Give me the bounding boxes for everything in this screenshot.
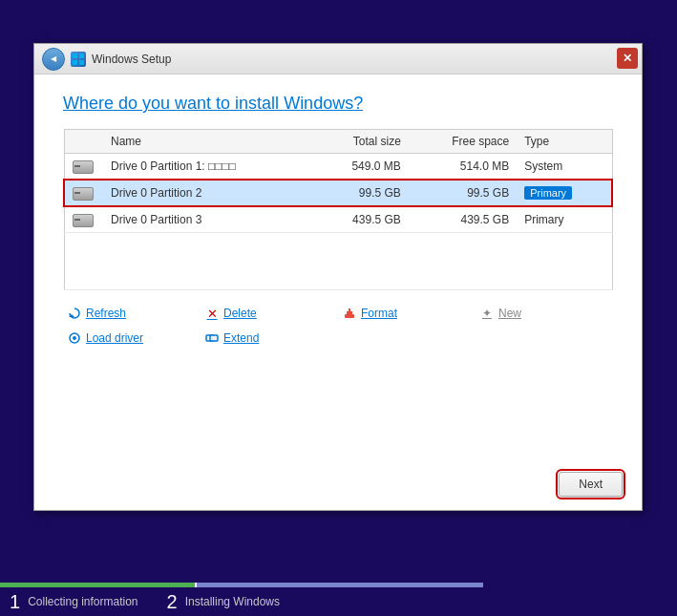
- page-title-highlight: W: [284, 94, 300, 113]
- refresh-label: Refresh: [86, 307, 126, 320]
- svg-rect-6: [347, 311, 352, 314]
- svg-rect-5: [345, 314, 354, 318]
- delete-icon: ✕: [204, 306, 220, 321]
- row-name: Drive 0 Partition 2: [103, 180, 312, 206]
- col-header-icon: [64, 130, 103, 154]
- new-label: New: [498, 307, 521, 320]
- table-row[interactable]: Drive 0 Partition 1: □□□□ 549.0 MB 514.0…: [64, 154, 612, 181]
- step-label-2: Installing Windows: [185, 595, 280, 608]
- format-button[interactable]: Format: [338, 304, 476, 323]
- svg-rect-11: [210, 335, 218, 341]
- new-button[interactable]: ✦ New: [476, 304, 613, 323]
- load-driver-icon: [67, 330, 82, 346]
- row-type: Primary: [517, 206, 612, 233]
- delete-button[interactable]: ✕ Delete: [201, 304, 338, 323]
- table-header-row: Name Total size Free space Type: [64, 130, 612, 154]
- row-name: Drive 0 Partition 1: □□□□: [103, 154, 312, 181]
- extend-icon: [204, 330, 220, 346]
- bottom-bar: Next: [559, 472, 623, 497]
- partition-table: Name Total size Free space Type Drive 0 …: [63, 129, 613, 290]
- row-total: 549.0 MB: [312, 154, 408, 181]
- row-icon: [64, 154, 103, 181]
- setup-window: Windows Setup ✕ Where do you want to ins…: [33, 43, 643, 511]
- page-title-prefix: Where do you want to install: [63, 94, 284, 113]
- close-button[interactable]: ✕: [617, 48, 638, 69]
- content-area: Where do you want to install Windows? Na…: [34, 74, 642, 376]
- svg-rect-3: [79, 60, 84, 65]
- row-total: 99.5 GB: [312, 180, 408, 206]
- col-header-free: Free space: [409, 130, 517, 154]
- windows-icon: [71, 52, 86, 67]
- progress-segment-1: [0, 583, 195, 587]
- row-icon: [64, 180, 103, 206]
- format-icon: [342, 306, 357, 321]
- svg-point-9: [73, 336, 76, 340]
- row-free: 99.5 GB: [409, 180, 517, 206]
- step-item-2: 2 Installing Windows: [167, 592, 281, 611]
- svg-rect-0: [73, 53, 77, 58]
- progress-segment-2: [197, 583, 483, 587]
- type-badge: Primary: [524, 186, 572, 200]
- col-header-name: Name: [103, 130, 312, 154]
- next-button[interactable]: Next: [559, 472, 623, 497]
- col-header-type: Type: [517, 130, 612, 154]
- page-title: Where do you want to install Windows?: [63, 94, 613, 114]
- row-name: Drive 0 Partition 3: [103, 206, 312, 233]
- step-item-1: 1 Collecting information: [10, 592, 138, 611]
- title-bar: Windows Setup ✕: [34, 44, 642, 74]
- step-labels: 1 Collecting information 2 Installing Wi…: [0, 592, 677, 611]
- progress-bar: [0, 583, 677, 587]
- empty-row: [64, 233, 612, 290]
- step-number-2: 2: [167, 592, 178, 611]
- delete-label: Delete: [223, 307, 257, 320]
- row-free: 439.5 GB: [409, 206, 517, 233]
- format-label: Format: [361, 307, 397, 320]
- svg-rect-1: [79, 53, 84, 58]
- step-number-1: 1: [10, 592, 20, 611]
- svg-rect-7: [349, 308, 350, 311]
- row-icon: [64, 206, 103, 233]
- svg-rect-2: [73, 60, 77, 65]
- extend-label: Extend: [223, 331, 259, 345]
- refresh-button[interactable]: Refresh: [63, 304, 201, 323]
- load-driver-label: Load driver: [86, 331, 143, 345]
- load-driver-button[interactable]: Load driver: [63, 329, 201, 348]
- table-row[interactable]: Drive 0 Partition 3 439.5 GB 439.5 GB Pr…: [64, 206, 612, 233]
- row-type: System: [517, 154, 612, 181]
- taskbar-area: 1 Collecting information 2 Installing Wi…: [0, 563, 677, 616]
- row-total: 439.5 GB: [312, 206, 408, 233]
- refresh-icon: [67, 306, 82, 321]
- new-icon: ✦: [479, 306, 495, 321]
- step-label-1: Collecting information: [28, 595, 138, 608]
- row-type: Primary: [517, 180, 612, 206]
- col-header-total: Total size: [312, 130, 408, 154]
- extend-button[interactable]: Extend: [201, 329, 338, 348]
- action-buttons: Refresh ✕ Delete Format: [63, 304, 613, 348]
- desktop: Windows Setup ✕ Where do you want to ins…: [0, 0, 677, 616]
- row-free: 514.0 MB: [409, 154, 517, 181]
- back-button[interactable]: [42, 48, 65, 71]
- table-row[interactable]: Drive 0 Partition 2 99.5 GB 99.5 GB Prim…: [64, 180, 612, 206]
- page-title-suffix: indows?: [300, 94, 363, 113]
- window-title: Windows Setup: [92, 53, 171, 66]
